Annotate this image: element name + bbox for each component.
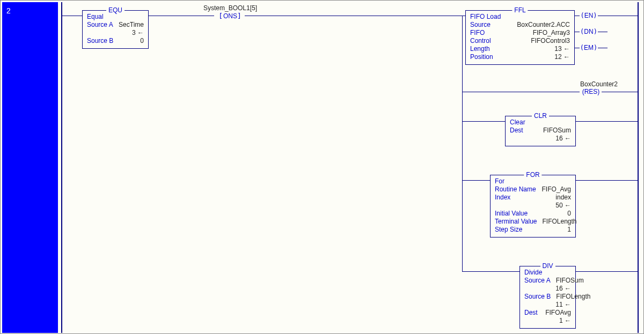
ons-tag: System_BOOL1[5] xyxy=(193,4,268,12)
for-init-value: 0 xyxy=(567,210,571,218)
div-dest-value: FIFOAvg xyxy=(545,309,571,317)
for-index-sub: 50 ← xyxy=(555,202,571,210)
equ-mnemonic: EQU xyxy=(106,6,125,14)
ons-bracket-left: [ xyxy=(218,12,223,20)
equ-title: Equal xyxy=(87,13,144,21)
equ-srcB-label: Source B xyxy=(87,37,113,45)
wire xyxy=(576,180,638,181)
for-mnemonic: FOR xyxy=(524,171,541,179)
wire xyxy=(462,180,490,181)
clr-dest-label: Dest xyxy=(510,127,523,135)
ffl-title: FIFO Load xyxy=(470,13,570,21)
wire xyxy=(62,16,82,16)
for-index-value: index xyxy=(555,194,571,202)
div-block[interactable]: DIV Divide Source AFIFOSum 16 ← Source B… xyxy=(519,266,576,329)
wire xyxy=(462,16,463,271)
for-title: For xyxy=(495,177,571,185)
div-srcB-value: FIFOLength xyxy=(556,293,590,301)
ons-instruction[interactable]: System_BOOL1[5] [ONS] xyxy=(193,4,268,20)
div-srcA-value: FIFOSum xyxy=(556,277,584,285)
ffl-dn-pin: (DN) xyxy=(580,28,598,35)
for-routine-label: Routine Name xyxy=(495,185,536,194)
for-block[interactable]: FOR For Routine NameFIFO_Avg Indexindex … xyxy=(490,175,576,237)
wire xyxy=(576,121,638,122)
ffl-control-label: Control xyxy=(470,37,491,45)
ladder-canvas: 2 EQU Equal Source A SecTime 3 ← So xyxy=(0,0,644,334)
left-rail xyxy=(61,2,62,333)
wire xyxy=(638,16,638,271)
wire xyxy=(576,271,638,272)
div-srcA-label: Source A xyxy=(524,277,551,285)
wire xyxy=(575,16,580,16)
wire xyxy=(598,16,638,16)
ffl-fifo-value: FIFO_Array3 xyxy=(533,29,570,37)
ffl-mnemonic: FFL xyxy=(512,6,528,14)
for-step-label: Step Size xyxy=(495,226,522,234)
clr-mnemonic: CLR xyxy=(532,112,549,120)
equ-srcA-sub: 3 ← xyxy=(132,29,144,37)
res-tag: BoxCounter2 xyxy=(564,80,618,88)
wire xyxy=(598,48,608,48)
for-init-label: Initial Value xyxy=(495,210,528,218)
for-routine-value: FIFO_Avg xyxy=(542,185,571,194)
clr-dest-value: FIFOSum xyxy=(543,127,571,135)
res-text: RES xyxy=(584,88,598,95)
wire xyxy=(575,32,580,32)
ffl-source-value: BoxCounter2.ACC xyxy=(517,21,570,29)
ffl-block[interactable]: FFL FIFO Load SourceBoxCounter2.ACC FIFO… xyxy=(465,10,575,65)
ffl-fifo-label: FIFO xyxy=(470,29,485,37)
res-paren-right: ) xyxy=(597,88,599,95)
ffl-position-value: 12 ← xyxy=(554,53,570,61)
ffl-en-pin: (EN) xyxy=(580,12,598,19)
wire xyxy=(462,92,580,92)
res-instruction[interactable]: BoxCounter2 (RES) xyxy=(564,80,618,95)
ffl-length-label: Length xyxy=(470,45,490,53)
wire xyxy=(462,121,505,122)
div-srcA-sub: 16 ← xyxy=(555,285,571,293)
rung-number: 2 xyxy=(6,6,11,15)
div-srcB-label: Source B xyxy=(524,293,551,301)
ffl-position-label: Position xyxy=(470,53,493,61)
ons-bracket-right: ] xyxy=(237,12,242,20)
for-term-label: Terminal Value xyxy=(495,218,537,226)
div-title: Divide xyxy=(524,269,571,277)
clr-title: Clear xyxy=(510,118,571,127)
for-index-label: Index xyxy=(495,194,510,202)
ffl-em-pin: (EM) xyxy=(580,44,598,51)
wire xyxy=(575,48,580,48)
wire xyxy=(598,32,608,32)
ffl-source-label: Source xyxy=(470,21,491,29)
equ-block[interactable]: EQU Equal Source A SecTime 3 ← Source B … xyxy=(82,10,149,49)
wire xyxy=(245,16,462,16)
div-dest-label: Dest xyxy=(524,309,538,317)
rung-number-bar: 2 xyxy=(2,2,58,333)
equ-srcA-value: SecTime xyxy=(119,21,144,29)
div-srcB-sub: 11 ← xyxy=(555,301,571,309)
div-mnemonic: DIV xyxy=(540,262,555,270)
div-dest-sub: 1 ← xyxy=(559,317,571,325)
for-term-value: FIFOLength xyxy=(542,218,576,226)
for-step-value: 1 xyxy=(567,226,571,234)
ffl-length-value: 13 ← xyxy=(554,45,570,53)
clr-dest-sub: 16 ← xyxy=(555,135,571,143)
equ-srcA-label: Source A xyxy=(87,21,113,29)
equ-srcB-value: 0 xyxy=(140,37,144,45)
ons-text: ONS xyxy=(223,12,237,20)
wire xyxy=(462,271,519,272)
ffl-control-value: FIFOControl3 xyxy=(531,37,570,45)
clr-block[interactable]: CLR Clear DestFIFOSum 16 ← xyxy=(505,116,576,146)
